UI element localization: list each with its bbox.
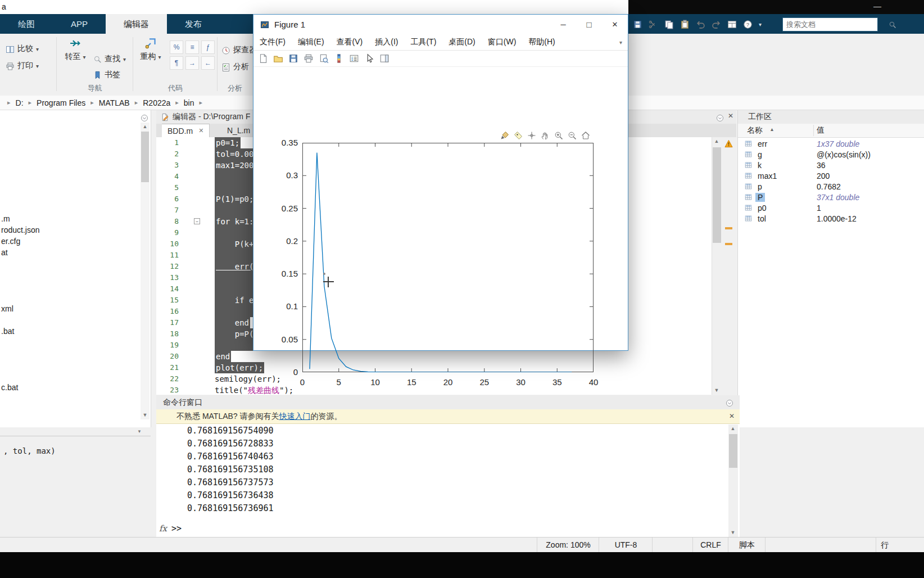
inspector-button[interactable] — [379, 53, 389, 64]
line-number[interactable]: 12 — [156, 261, 179, 272]
pan-button[interactable] — [540, 130, 551, 141]
scroll-down-arrow[interactable]: ▼ — [141, 411, 150, 419]
file-item[interactable]: .m — [1, 214, 10, 223]
workspace-row[interactable]: P37x1 double — [738, 192, 924, 202]
close-button[interactable]: ✕ — [602, 15, 628, 34]
line-number[interactable]: 10 — [156, 238, 179, 250]
home-button[interactable] — [580, 130, 591, 141]
search-input[interactable] — [783, 20, 889, 29]
breadcrumb-item[interactable]: bin — [183, 98, 196, 107]
menu-view[interactable]: 查看(V) — [330, 37, 369, 47]
ribbon-tab-apps[interactable]: APP — [53, 14, 106, 34]
zoom-out-button[interactable] — [567, 130, 578, 141]
menu-insert[interactable]: 插入(I) — [369, 37, 404, 47]
datatip-button[interactable] — [513, 130, 524, 141]
line-number[interactable]: 1 — [156, 137, 179, 148]
variable-name[interactable]: g — [755, 150, 764, 159]
variable-value[interactable]: 36 — [817, 161, 826, 170]
panel-collapse-button[interactable] — [141, 112, 148, 123]
command-scrollbar[interactable]: ▲ ▼ — [728, 425, 738, 537]
edit-plot-button[interactable] — [364, 53, 374, 64]
analyzer-marker[interactable] — [725, 243, 732, 245]
variable-value[interactable]: 1 — [817, 204, 821, 213]
figure-canvas[interactable]: 00.050.10.150.20.250.30.3505101520253035… — [253, 67, 628, 350]
redo-icon[interactable] — [712, 20, 721, 29]
refactor-button[interactable]: 重构 ▾ — [135, 37, 166, 62]
analyzer-marker[interactable] — [725, 227, 732, 229]
save-button[interactable] — [288, 53, 298, 64]
variable-value[interactable]: 1x37 double — [817, 139, 859, 148]
select-button[interactable] — [526, 130, 537, 141]
variable-value[interactable]: 200 — [817, 171, 830, 180]
breadcrumb-item[interactable]: R2022a — [142, 98, 171, 107]
scrollbar-thumb[interactable] — [141, 132, 149, 182]
search-icon[interactable] — [889, 21, 896, 29]
variable-name[interactable]: tol — [755, 214, 768, 223]
figure-window[interactable]: Figure 1 ─ □ ✕ 文件(F)编辑(E)查看(V)插入(I)工具(T)… — [253, 14, 628, 351]
banner-close-icon[interactable]: ✕ — [729, 412, 735, 420]
profiler-button[interactable]: 探查器 — [221, 45, 257, 55]
doc-search-box[interactable] — [782, 17, 878, 31]
menu-help[interactable]: 帮助(H) — [522, 37, 561, 47]
line-ending-status[interactable]: CRLF — [692, 538, 728, 553]
panel-menu-button[interactable] — [716, 112, 724, 123]
code-line[interactable]: 22semilogy(err); — [156, 373, 712, 385]
code-fold-icon[interactable]: − — [194, 218, 200, 224]
indent-right-icon[interactable]: → — [185, 56, 199, 70]
column-name[interactable]: 名称 — [747, 125, 763, 136]
workspace-row[interactable]: k36 — [738, 160, 924, 170]
breadcrumb-item[interactable]: MATLAB — [98, 98, 131, 107]
ribbon-tab-publish[interactable]: 发布 — [167, 14, 220, 34]
quick-start-link[interactable]: 快速入门 — [279, 412, 311, 422]
file-item[interactable]: roduct.json — [1, 225, 39, 234]
maximize-button[interactable]: □ — [576, 15, 602, 34]
zoom-in-button[interactable] — [553, 130, 564, 141]
code-line[interactable]: 23title("残差曲线"); — [156, 385, 712, 395]
ribbon-tab-plots[interactable]: 绘图 — [0, 14, 53, 34]
variable-value[interactable]: 1.0000e-12 — [817, 214, 857, 223]
search-icon[interactable] — [889, 21, 896, 29]
print-button[interactable]: 打印▾ — [6, 61, 39, 71]
workspace-row[interactable]: p0.7682 — [738, 181, 924, 192]
more-icon[interactable]: ▾ — [759, 21, 762, 28]
layout-icon[interactable] — [727, 20, 737, 29]
menu-edit[interactable]: 编辑(E) — [292, 37, 330, 47]
panel-menu-button[interactable] — [726, 398, 733, 408]
file-item[interactable]: .bat — [1, 327, 14, 336]
format-icon[interactable]: ¶ — [170, 56, 183, 70]
panel-menu-icon[interactable] — [716, 114, 724, 122]
ribbon-tab-editor[interactable]: 编辑器 — [106, 14, 167, 34]
close-icon[interactable]: ✕ — [728, 112, 733, 120]
line-number[interactable]: 2 — [156, 148, 179, 160]
line-number[interactable]: 22 — [156, 373, 179, 385]
file-panel-scrollbar[interactable]: ▲ ▼ — [141, 123, 150, 419]
line-number[interactable]: 20 — [156, 351, 179, 362]
warning-icon[interactable] — [724, 139, 733, 148]
help-icon[interactable]: ? — [743, 20, 753, 29]
scroll-up-arrow[interactable]: ▲ — [728, 425, 737, 433]
line-number[interactable]: 18 — [156, 328, 179, 340]
analyze-button[interactable]: 分析 — [221, 62, 249, 72]
workspace-row[interactable]: p01 — [738, 202, 924, 213]
menu-file[interactable]: 文件(F) — [253, 37, 292, 47]
command-prompt[interactable]: fx>> — [159, 523, 182, 534]
bookmark-button[interactable]: 书签 — [93, 70, 120, 80]
line-number[interactable]: 15 — [156, 295, 179, 306]
variable-name[interactable]: err — [755, 139, 769, 148]
line-number[interactable]: 6 — [156, 193, 179, 205]
paste-icon[interactable] — [680, 20, 690, 29]
workspace-row[interactable]: max1200 — [738, 170, 924, 181]
figure-titlebar[interactable]: Figure 1 ─ □ ✕ — [253, 15, 628, 34]
editor-tab-n_l-m[interactable]: N_L.m — [221, 124, 256, 137]
line-number[interactable]: 7 — [156, 205, 179, 216]
line-number[interactable]: 19 — [156, 340, 179, 351]
file-item[interactable]: at — [1, 248, 8, 257]
variable-name[interactable]: k — [755, 161, 764, 170]
cut-icon[interactable] — [649, 20, 658, 29]
open-button[interactable] — [273, 53, 283, 64]
brush-button[interactable] — [499, 130, 510, 141]
workspace-row[interactable]: tol1.0000e-12 — [738, 213, 924, 224]
workspace-row[interactable]: err1x37 double — [738, 138, 924, 149]
colorbar-button[interactable] — [334, 53, 344, 64]
breadcrumb-item[interactable]: Program Files — [35, 98, 87, 107]
